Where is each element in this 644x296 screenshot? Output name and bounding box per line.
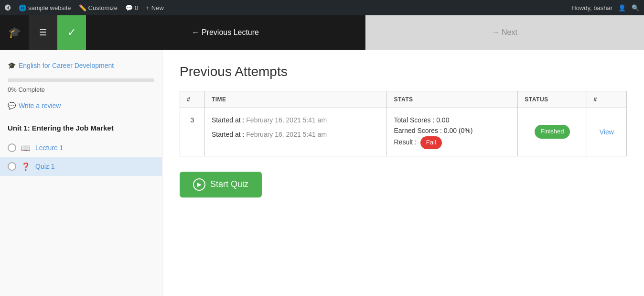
main-layout: 🎓 English for Career Development 0% Comp… — [0, 50, 644, 296]
time-value-2: February 16, 2021 5:41 am — [246, 131, 327, 138]
course-nav-bar: 🎓 ☰ ✓ ← Previous Lecture → Next — [0, 15, 644, 50]
prev-lecture-label: ← Previous Lecture — [192, 28, 259, 37]
howdy-text: Howdy, bashar — [571, 4, 612, 11]
play-icon: ▶ — [193, 178, 205, 191]
course-logo: 🎓 — [0, 15, 29, 50]
time-label-2: Started at : — [212, 131, 244, 138]
col-header-stats: STATS — [387, 91, 518, 108]
customize-label: Customize — [88, 4, 118, 11]
new-icon: + — [146, 4, 150, 11]
search-icon[interactable]: 🔍 — [632, 4, 639, 11]
wp-logo[interactable]: 🅦 — [5, 4, 11, 11]
customize-icon: ✏️ — [79, 4, 86, 11]
site-icon: 🌐 — [19, 4, 26, 11]
course-link[interactable]: 🎓 English for Career Development — [0, 57, 162, 78]
time-start2: Started at : February 16, 2021 5:41 am — [212, 129, 380, 140]
comments-link[interactable]: 💬 0 — [125, 4, 138, 11]
list-icon: ☰ — [39, 27, 47, 38]
admin-bar-right: Howdy, bashar 👤 🔍 — [571, 4, 639, 11]
lecture1-label: Lecture 1 — [35, 144, 63, 152]
logo-icon: 🎓 — [8, 26, 21, 39]
status-badge: Finished — [535, 125, 569, 139]
course-link-icon: 🎓 — [8, 61, 16, 71]
new-link[interactable]: + New — [146, 4, 164, 11]
comments-icon: 💬 — [125, 4, 133, 11]
wp-icon: 🅦 — [5, 4, 11, 11]
time-label-1: Started at : — [212, 116, 244, 124]
attempts-table: # TIME STATS STATUS # 3 Started at : Feb… — [180, 91, 627, 156]
page-title: Previous Attempts — [180, 64, 627, 79]
quiz1-icon: ❓ — [21, 162, 31, 171]
time-value-1: February 16, 2021 5:41 am — [246, 116, 327, 124]
lecture1-radio[interactable] — [8, 143, 16, 152]
total-scores: Total Scores : 0.00 — [394, 115, 511, 125]
check-icon: ✓ — [67, 26, 76, 39]
col-header-number: # — [180, 91, 205, 108]
sidebar-item-lecture1[interactable]: 📖 Lecture 1 — [0, 139, 162, 157]
time-start1: Started at : February 16, 2021 5:41 am — [212, 115, 380, 125]
write-review-label: Write a review — [19, 102, 61, 110]
new-label: New — [151, 4, 164, 11]
start-quiz-button[interactable]: ▶ Start Quiz — [180, 172, 262, 197]
customize-link[interactable]: ✏️ Customize — [79, 4, 118, 11]
admin-bar: 🅦 🌐 sample website ✏️ Customize 💬 0 + Ne… — [0, 0, 644, 15]
sidebar-item-quiz1[interactable]: ❓ Quiz 1 — [0, 157, 162, 176]
table-row: 3 Started at : February 16, 2021 5:41 am… — [180, 108, 627, 156]
course-check-button[interactable]: ✓ — [57, 15, 86, 50]
site-name-link[interactable]: 🌐 sample website — [19, 4, 71, 11]
next-lecture-label: → Next — [492, 28, 517, 37]
progress-bar-container — [8, 78, 154, 82]
review-icon: 💬 — [8, 102, 16, 110]
unit-header: Unit 1: Entering the Job Market — [0, 117, 162, 139]
attempt-view[interactable]: View — [587, 108, 626, 156]
result-label: Result : — [394, 138, 416, 146]
quiz1-radio[interactable] — [8, 162, 16, 171]
result-row: Result : Fail — [394, 136, 511, 149]
prev-lecture-button[interactable]: ← Previous Lecture — [86, 15, 365, 50]
attempt-time: Started at : February 16, 2021 5:41 am S… — [204, 108, 387, 156]
col-header-hash: # — [587, 91, 626, 108]
site-name-label: sample website — [28, 4, 71, 11]
comments-count: 0 — [135, 4, 138, 11]
earned-scores: Earned Scores : 0.00 (0%) — [394, 125, 511, 136]
attempt-status: Finished — [518, 108, 587, 156]
attempt-number: 3 — [180, 108, 205, 156]
start-quiz-label: Start Quiz — [210, 179, 248, 189]
view-link[interactable]: View — [600, 128, 614, 136]
sidebar: 🎓 English for Career Development 0% Comp… — [0, 50, 162, 296]
result-badge: Fail — [420, 136, 442, 149]
lecture1-icon: 📖 — [21, 143, 31, 153]
course-link-label: English for Career Development — [19, 61, 114, 71]
course-list-button[interactable]: ☰ — [29, 15, 57, 50]
user-avatar: 👤 — [618, 4, 626, 11]
col-header-status: STATUS — [518, 91, 587, 108]
progress-text: 0% Complete — [0, 86, 162, 99]
next-lecture-button[interactable]: → Next — [365, 15, 644, 50]
content-area: Previous Attempts # TIME STATS STATUS # … — [162, 50, 644, 296]
attempt-stats: Total Scores : 0.00 Earned Scores : 0.00… — [387, 108, 518, 156]
col-header-time: TIME — [204, 91, 387, 108]
quiz1-label: Quiz 1 — [35, 163, 54, 170]
write-review-link[interactable]: 💬 Write a review — [0, 99, 162, 117]
